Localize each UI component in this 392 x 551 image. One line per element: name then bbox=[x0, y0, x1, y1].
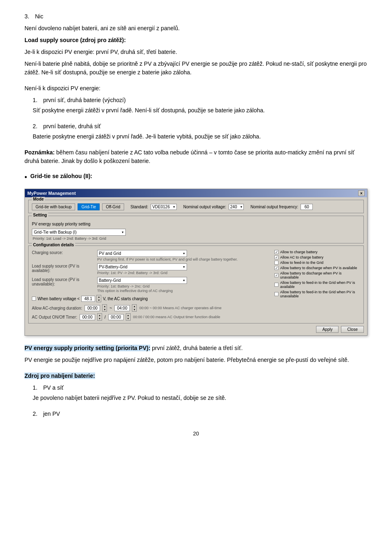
para-sit-poskytne: Síť poskytne energii zátěži v první řadě… bbox=[24, 106, 368, 115]
mypower-window: MyPower Management × Mode Grid-tie with … bbox=[24, 189, 368, 336]
ac-timer-to-spinner[interactable]: ▲▼ bbox=[126, 313, 131, 321]
battery-voltage-unit: V, the AC starts charging bbox=[103, 297, 148, 301]
ac-timer-from[interactable]: 00:00 bbox=[80, 314, 95, 320]
ac-timer-to[interactable]: 00:00 bbox=[108, 314, 124, 320]
para-jeli-dispozici: Je-li k dispozici PV energie: první PV, … bbox=[24, 48, 368, 56]
cb-allow-feedin-label: Allow to feed-in to the Grid bbox=[280, 261, 323, 265]
cb-allow-charge-battery-label: Allow to charge battery bbox=[280, 250, 318, 254]
ac-charging-to[interactable]: 04:00 bbox=[114, 305, 130, 311]
load-supply-pv-unavail-label: Load supply source (PV is unavailable): bbox=[32, 277, 97, 286]
cb-discharge-pv-avail: Allow battery to discharge when PV is av… bbox=[274, 266, 360, 270]
battery-voltage-input[interactable]: 48.1 bbox=[81, 296, 95, 302]
window-close-button[interactable]: × bbox=[358, 190, 365, 196]
setting-group: Setting PV energy supply priority settin… bbox=[28, 216, 364, 243]
battery-voltage-spinner[interactable]: ▲▼ bbox=[96, 295, 101, 302]
load-supply-pv-unavail-dropdown[interactable]: Battery-Grid bbox=[97, 277, 187, 284]
charging-source-value: PV and Grid PV charging first. If PV pow… bbox=[97, 250, 271, 261]
para-neni-dovoleno: Není dovoleno nabíjet baterii, ani ze sí… bbox=[24, 24, 368, 33]
standard-dropdown[interactable]: VDE0126 bbox=[151, 204, 177, 210]
cb-discharge-pv-avail-box[interactable] bbox=[274, 266, 278, 270]
battery-voltage-label: When battery voltage < bbox=[38, 297, 80, 301]
cb-discharge-pv-unavail: Allow battery to discharge when PV is un… bbox=[274, 271, 360, 279]
ac-timer-row: AC Output ON/Off Timer: 00:00 ▲▼ / 00:00… bbox=[32, 313, 271, 321]
config-left: Charging source: PV and Grid PV charging… bbox=[32, 250, 271, 321]
bp1-highlight: PV energy supply priority setting (prior… bbox=[24, 345, 150, 351]
para-nic: 3. Nic bbox=[24, 12, 368, 21]
cb-allow-ac-charge: Allow AC to charge battery bbox=[274, 255, 360, 259]
cb-feedin-pv-unavail-box[interactable] bbox=[274, 292, 278, 296]
cb-feedin-pv-unavail-label: Allow battery to feed-in to the Grid whe… bbox=[280, 290, 360, 298]
load-supply-pv-unavail-sub1: Priority: 1st: Battery -> 2nc: Grid bbox=[97, 284, 271, 288]
ac-charging-to-spinner[interactable]: ▲▼ bbox=[132, 304, 137, 312]
bp3-highlight: Zdroj pro nabíjení baterie: bbox=[24, 373, 95, 379]
pv-priority-note: Priority: 1st: Load -> 2nd: Battery -> 3… bbox=[33, 236, 360, 241]
battery-voltage-section: When battery voltage < 48.1 ▲▼ V, the AC… bbox=[32, 295, 271, 302]
mode-group: Mode Grid-tie with backup Grid-Tie Off-G… bbox=[28, 200, 364, 213]
btn-grid-tie-backup[interactable]: Grid-tie with backup bbox=[32, 203, 75, 210]
cb-discharge-pv-unavail-box[interactable] bbox=[274, 273, 278, 277]
bp4-1: 1. PV a síť bbox=[24, 384, 368, 392]
para-poznamka: Poznámka: během času nabíjení baterie z … bbox=[24, 148, 368, 165]
btn-off-grid[interactable]: Off-Grid bbox=[102, 203, 124, 210]
cb-allow-ac-charge-label: Allow AC to charge battery bbox=[280, 255, 323, 259]
charging-source-dropdown[interactable]: PV and Grid bbox=[97, 250, 187, 257]
load-supply-pv-avail-sub: Priority: 1st: PV -> 2nd: Battery -> 3rd… bbox=[97, 271, 271, 275]
battery-voltage-checkbox[interactable] bbox=[32, 297, 36, 301]
load-supply-pv-avail-value: PV-Battery-Grid Priority: 1st: PV -> 2nd… bbox=[97, 263, 271, 275]
close-button[interactable]: Close bbox=[341, 326, 364, 333]
mode-buttons-row: Grid-tie with backup Grid-Tie Off-Grid S… bbox=[32, 202, 360, 210]
cb-allow-charge-battery-box[interactable] bbox=[274, 250, 278, 254]
ac-charging-note: 00:00 ~ 00:00 Means AC charger operates … bbox=[139, 306, 221, 310]
pv-priority-label: PV energy supply priority setting bbox=[32, 222, 360, 226]
config-group: Configuration details Charging source: P… bbox=[28, 245, 364, 323]
cb-discharge-pv-avail-label: Allow battery to discharge when PV is av… bbox=[280, 266, 357, 270]
ac-charging-from-spinner[interactable]: ▲▼ bbox=[102, 304, 107, 312]
cb-feedin-pv-unavail: Allow battery to feed-in to the Grid whe… bbox=[274, 290, 360, 298]
battery-voltage-row: When battery voltage < 48.1 ▲▼ V, the AC… bbox=[32, 295, 271, 302]
window-body: Mode Grid-tie with backup Grid-Tie Off-G… bbox=[25, 197, 367, 335]
nominal-voltage-dropdown[interactable]: 240 bbox=[229, 204, 244, 210]
ac-timer-note: 00:00 / 00:00 means AC Output timer func… bbox=[133, 315, 220, 319]
bp5: 2. jen PV bbox=[24, 410, 368, 418]
charging-source-row: Charging source: PV and Grid PV charging… bbox=[32, 250, 271, 261]
load-supply-pv-avail-dropdown[interactable]: PV-Battery-Grid bbox=[97, 263, 187, 270]
cb-allow-ac-charge-box[interactable] bbox=[274, 255, 278, 259]
ac-charging-tilde: ~ bbox=[109, 306, 112, 310]
nominal-voltage-label: Nominal output voltage: bbox=[183, 205, 226, 209]
bullet-grid-tie: • Grid-tie se zálohou (II): bbox=[24, 173, 368, 182]
load-supply-pv-unavail-value: Battery-Grid Priority: 1st: Battery -> 2… bbox=[97, 277, 271, 293]
cb-feedin-pv-avail-box[interactable] bbox=[274, 283, 278, 287]
setting-group-label: Setting bbox=[32, 213, 48, 217]
config-inner: Charging source: PV and Grid PV charging… bbox=[32, 250, 360, 321]
grid-tie-label: Grid-tie se zálohou (II): bbox=[30, 173, 92, 179]
para-prvni-baterie: 2. první baterie, druhá síť bbox=[24, 122, 368, 131]
para-baterie-poskytne: Baterie poskytne energii zátěži v první … bbox=[24, 132, 368, 141]
nominal-frequency-label: Nominal output frequency: bbox=[250, 205, 298, 209]
pv-priority-dropdown[interactable]: Grid-Tie with Backup (I) bbox=[32, 229, 126, 236]
config-group-label: Configuration details bbox=[32, 243, 75, 247]
poznamka-text: během času nabíjení baterie z AC tato vo… bbox=[24, 149, 354, 164]
ac-charging-row: Allow AC-charging duration: 00:00 ▲▼ ~ 0… bbox=[32, 304, 271, 312]
load-supply-pv-unavail-row: Load supply source (PV is unavailable): … bbox=[32, 277, 271, 293]
config-right: Allow to charge battery Allow AC to char… bbox=[274, 250, 360, 321]
bullet-dot: • bbox=[24, 173, 27, 182]
bp2: PV energie se použije nejdříve pro napáj… bbox=[24, 356, 368, 364]
bp1-text: první zátěž, druhá baterie a třetí síť. bbox=[150, 345, 243, 351]
ac-timer-from-spinner[interactable]: ▲▼ bbox=[97, 313, 102, 321]
ac-charging-from[interactable]: 00:00 bbox=[85, 305, 100, 311]
standard-label: Standard: bbox=[131, 205, 148, 209]
action-row: Apply Close bbox=[28, 326, 364, 333]
cb-feedin-pv-avail: Allow battery to feed-in to the Grid whe… bbox=[274, 281, 360, 289]
apply-button[interactable]: Apply bbox=[316, 326, 339, 333]
window-titlebar: MyPower Management × bbox=[25, 189, 367, 197]
mode-group-label: Mode bbox=[32, 197, 45, 201]
cb-discharge-pv-unavail-label: Allow battery to discharge when PV is un… bbox=[280, 271, 360, 279]
cb-allow-feedin-box[interactable] bbox=[274, 261, 278, 265]
ac-timer-slash: / bbox=[105, 315, 106, 319]
page-number: 20 bbox=[24, 431, 368, 437]
para-prvni-sit: 1. první síť, druhá baterie (výchozí) bbox=[24, 96, 368, 105]
bp3: Zdroj pro nabíjení baterie: bbox=[24, 372, 368, 380]
btn-grid-tie[interactable]: Grid-Tie bbox=[78, 203, 100, 210]
window-title: MyPower Management bbox=[27, 191, 76, 196]
pv-priority-row: Grid-Tie with Backup (I) bbox=[32, 229, 360, 236]
